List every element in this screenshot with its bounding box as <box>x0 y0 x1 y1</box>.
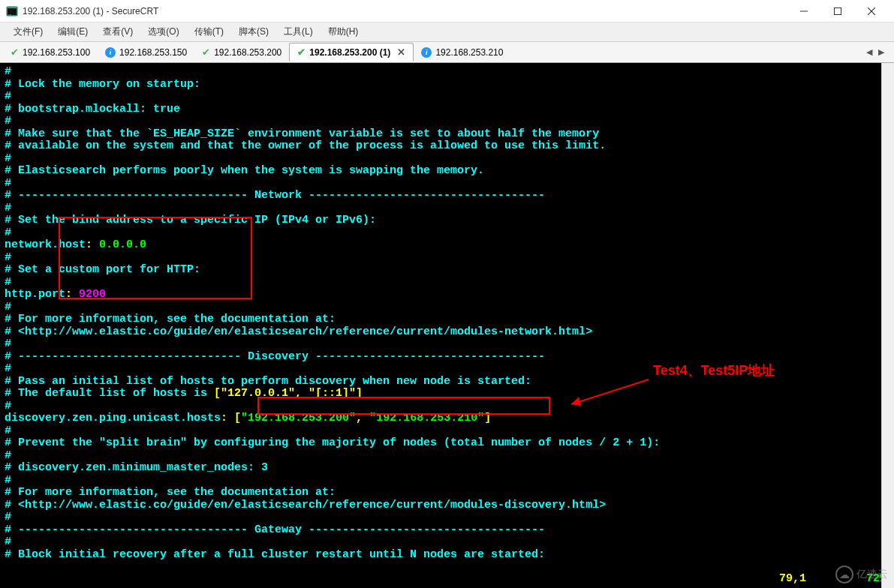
terminal-line: # <box>5 475 889 488</box>
tab-session-5[interactable]: i 192.168.253.210 <box>414 44 510 61</box>
terminal-line: # <http://www.elastic.co/guide/en/elasti… <box>5 500 889 512</box>
tab-prev-icon[interactable]: ◀ <box>864 47 874 57</box>
terminal-line: # <http://www.elastic.co/guide/en/elasti… <box>5 326 889 339</box>
terminal-line: # For more information, see the document… <box>5 487 889 500</box>
terminal-line: # <box>5 425 889 438</box>
terminal-line: # Prevent the "split brain" by configuri… <box>5 437 889 450</box>
tab-session-1[interactable]: ✔ 192.168.253.100 <box>3 44 98 61</box>
terminal-line: network.host: 0.0.0.0 <box>5 239 889 252</box>
check-icon: ✔ <box>11 46 19 58</box>
menu-script[interactable]: 脚本(S) <box>233 24 275 40</box>
check-icon: ✔ <box>202 46 210 58</box>
window-controls <box>787 0 888 22</box>
tab-bar: ✔ 192.168.253.100 i 192.168.253.150 ✔ 19… <box>0 42 894 63</box>
tab-session-4-active[interactable]: ✔ 192.168.253.200 (1) ✕ <box>289 43 414 62</box>
terminal-line: # Lock the memory on startup: <box>5 79 889 92</box>
svg-rect-4 <box>834 8 841 14</box>
terminal-line: # <box>5 252 889 265</box>
terminal-line: # <box>5 338 889 351</box>
tab-session-3[interactable]: ✔ 192.168.253.200 <box>194 44 289 61</box>
terminal-line: # <box>5 400 889 413</box>
menu-tools[interactable]: 工具(L) <box>278 24 319 40</box>
terminal-line: # Set a custom port for HTTP: <box>5 264 889 277</box>
terminal-line: # bootstrap.mlockall: true <box>5 104 889 116</box>
terminal-line: # <box>5 202 889 215</box>
terminal-line: http.port: 9200 <box>5 289 889 302</box>
terminal-line: # available on the system and that the o… <box>5 140 889 153</box>
menu-options[interactable]: 选项(O) <box>142 24 185 40</box>
check-icon: ✔ <box>297 46 306 58</box>
menu-view[interactable]: 查看(V) <box>97 24 139 40</box>
cursor-position: 79,1 <box>779 573 806 586</box>
minimize-button[interactable] <box>787 0 820 22</box>
terminal-line: # <box>5 116 889 128</box>
cloud-icon: ☁ <box>835 566 853 584</box>
menu-file[interactable]: 文件(F) <box>8 24 49 40</box>
tab-label: 192.168.253.210 <box>435 47 503 58</box>
terminal-output[interactable]: ## Lock the memory on startup:## bootstr… <box>0 63 894 588</box>
terminal-line: # <box>5 450 889 463</box>
watermark-text: 亿速云 <box>856 568 888 581</box>
terminal-line: # --------------------------------- Disc… <box>5 351 889 364</box>
terminal-line: # Make sure that the `ES_HEAP_SIZE` envi… <box>5 128 889 141</box>
terminal-line: # Set the bind address to a specific IP … <box>5 214 889 227</box>
menu-transfer[interactable]: 传输(T) <box>188 24 230 40</box>
app-icon: _ <box>6 5 18 17</box>
terminal-line: # <box>5 153 889 166</box>
window-title: 192.168.253.200 (1) - SecureCRT <box>23 6 787 16</box>
terminal-line: # <box>5 277 889 290</box>
terminal-line: # <box>5 178 889 190</box>
tab-label: 192.168.253.200 <box>214 47 281 58</box>
close-button[interactable] <box>854 0 888 22</box>
tab-label: 192.168.253.150 <box>119 47 187 58</box>
menu-edit[interactable]: 编辑(E) <box>52 24 94 40</box>
terminal-line: # ---------------------------------- Net… <box>5 190 889 202</box>
tab-nav-arrows: ◀ ▶ <box>864 47 891 57</box>
maximize-button[interactable] <box>820 0 854 22</box>
tab-label: 192.168.253.100 <box>23 47 90 58</box>
window-titlebar: _ 192.168.253.200 (1) - SecureCRT <box>0 0 894 22</box>
vertical-scrollbar[interactable] <box>881 63 894 588</box>
info-icon: i <box>421 47 432 58</box>
terminal-line: # For more information, see the document… <box>5 314 889 326</box>
tab-next-icon[interactable]: ▶ <box>876 47 886 57</box>
watermark: ☁ 亿速云 <box>835 566 888 584</box>
menu-help[interactable]: 帮助(H) <box>322 24 365 40</box>
terminal-line: # The default list of hosts is ["127.0.0… <box>5 388 889 400</box>
terminal-line: # <box>5 512 889 524</box>
terminal-line: discovery.zen.ping.unicast.hosts: ["192.… <box>5 412 889 425</box>
tab-session-2[interactable]: i 192.168.253.150 <box>98 44 194 61</box>
terminal-line: # Block initial recovery after a full cl… <box>5 549 889 562</box>
terminal-line: # discovery.zen.minimum_master_nodes: 3 <box>5 462 889 475</box>
terminal-line: # <box>5 66 889 79</box>
annotation-text: Test4、Test5IP地址 <box>653 364 775 377</box>
menu-bar: 文件(F) 编辑(E) 查看(V) 选项(O) 传输(T) 脚本(S) 工具(L… <box>0 22 894 42</box>
tab-label: 192.168.253.200 (1) <box>309 47 390 58</box>
terminal-line: # <box>5 91 889 104</box>
terminal-line: # Elasticsearch performs poorly when the… <box>5 165 889 178</box>
terminal-line: # ---------------------------------- Gat… <box>5 524 889 537</box>
terminal-line: # <box>5 227 889 240</box>
info-icon: i <box>105 47 116 58</box>
svg-text:_: _ <box>8 9 11 15</box>
terminal-line: # <box>5 302 889 314</box>
terminal-line: # <box>5 536 889 549</box>
tab-close-icon[interactable]: ✕ <box>397 46 405 58</box>
